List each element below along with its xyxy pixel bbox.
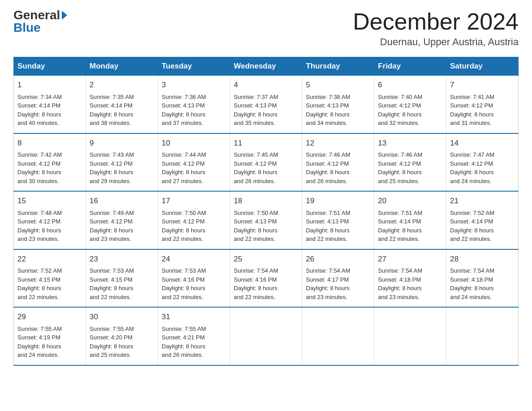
day-info: Sunrise: 7:37 AM Sunset: 4:13 PM Dayligh… [234,93,298,128]
calendar-cell: 5 Sunrise: 7:38 AM Sunset: 4:13 PM Dayli… [302,76,374,133]
calendar-cell: 10 Sunrise: 7:44 AM Sunset: 4:12 PM Dayl… [158,133,230,192]
calendar-table: SundayMondayTuesdayWednesdayThursdayFrid… [13,57,519,366]
day-number: 18 [234,195,298,207]
calendar-cell: 29 Sunrise: 7:55 AM Sunset: 4:19 PM Dayl… [14,307,86,365]
day-info: Sunrise: 7:55 AM Sunset: 4:19 PM Dayligh… [17,325,82,360]
day-number: 27 [378,253,442,265]
day-number: 24 [162,253,226,265]
day-info: Sunrise: 7:53 AM Sunset: 4:16 PM Dayligh… [162,266,226,301]
calendar-cell: 19 Sunrise: 7:51 AM Sunset: 4:13 PM Dayl… [302,191,374,249]
day-number: 13 [378,137,442,149]
day-info: Sunrise: 7:53 AM Sunset: 4:15 PM Dayligh… [90,266,154,301]
calendar-cell: 28 Sunrise: 7:54 AM Sunset: 4:18 PM Dayl… [446,249,519,308]
day-number: 6 [378,79,442,91]
day-info: Sunrise: 7:52 AM Sunset: 4:15 PM Dayligh… [17,266,82,301]
calendar-cell: 16 Sunrise: 7:49 AM Sunset: 4:12 PM Dayl… [86,191,158,249]
weekday-header-tuesday: Tuesday [158,57,230,76]
day-number: 11 [234,137,298,149]
day-number: 28 [450,253,515,265]
day-info: Sunrise: 7:49 AM Sunset: 4:12 PM Dayligh… [90,209,154,244]
calendar-cell: 7 Sunrise: 7:41 AM Sunset: 4:12 PM Dayli… [446,76,519,133]
day-number: 19 [306,195,370,207]
calendar-cell: 22 Sunrise: 7:52 AM Sunset: 4:15 PM Dayl… [14,249,86,308]
day-info: Sunrise: 7:38 AM Sunset: 4:13 PM Dayligh… [306,93,370,128]
page-header: General Blue December 2024 Duernau, Uppe… [13,9,519,48]
day-info: Sunrise: 7:45 AM Sunset: 4:12 PM Dayligh… [234,150,298,185]
day-number: 5 [306,79,370,91]
calendar-cell: 21 Sunrise: 7:52 AM Sunset: 4:14 PM Dayl… [446,191,519,249]
day-info: Sunrise: 7:54 AM Sunset: 4:18 PM Dayligh… [450,266,515,301]
calendar-cell: 1 Sunrise: 7:34 AM Sunset: 4:14 PM Dayli… [14,76,86,133]
calendar-cell: 30 Sunrise: 7:55 AM Sunset: 4:20 PM Dayl… [86,307,158,365]
calendar-cell: 11 Sunrise: 7:45 AM Sunset: 4:12 PM Dayl… [230,133,302,192]
day-info: Sunrise: 7:42 AM Sunset: 4:12 PM Dayligh… [17,150,82,185]
day-info: Sunrise: 7:34 AM Sunset: 4:14 PM Dayligh… [17,93,82,128]
weekday-header-friday: Friday [374,57,446,76]
day-number: 23 [90,253,154,265]
day-number: 17 [162,195,226,207]
day-number: 26 [306,253,370,265]
logo: General Blue [13,9,67,34]
day-info: Sunrise: 7:55 AM Sunset: 4:21 PM Dayligh… [162,325,226,360]
weekday-header-wednesday: Wednesday [230,57,302,76]
weekday-header-thursday: Thursday [302,57,374,76]
calendar-cell: 26 Sunrise: 7:54 AM Sunset: 4:17 PM Dayl… [302,249,374,308]
day-info: Sunrise: 7:52 AM Sunset: 4:14 PM Dayligh… [450,209,515,244]
day-info: Sunrise: 7:44 AM Sunset: 4:12 PM Dayligh… [162,150,226,185]
weekday-header-sunday: Sunday [14,57,86,76]
day-info: Sunrise: 7:47 AM Sunset: 4:12 PM Dayligh… [450,150,515,185]
day-number: 4 [234,79,298,91]
day-number: 12 [306,137,370,149]
calendar-cell: 6 Sunrise: 7:40 AM Sunset: 4:12 PM Dayli… [374,76,446,133]
day-number: 9 [90,137,154,149]
month-title: December 2024 [353,9,519,34]
day-info: Sunrise: 7:35 AM Sunset: 4:14 PM Dayligh… [90,93,154,128]
weekday-header-saturday: Saturday [446,57,519,76]
day-number: 2 [90,79,154,91]
logo-arrow-icon [62,11,67,20]
day-number: 29 [17,311,82,323]
location-text: Duernau, Upper Austria, Austria [353,36,519,48]
day-number: 20 [378,195,442,207]
day-info: Sunrise: 7:51 AM Sunset: 4:14 PM Dayligh… [378,209,442,244]
calendar-cell: 12 Sunrise: 7:46 AM Sunset: 4:12 PM Dayl… [302,133,374,192]
title-block: December 2024 Duernau, Upper Austria, Au… [353,9,519,48]
calendar-cell: 20 Sunrise: 7:51 AM Sunset: 4:14 PM Dayl… [374,191,446,249]
day-number: 21 [450,195,515,207]
calendar-week-3: 15 Sunrise: 7:48 AM Sunset: 4:12 PM Dayl… [14,191,519,249]
day-number: 16 [90,195,154,207]
calendar-cell: 14 Sunrise: 7:47 AM Sunset: 4:12 PM Dayl… [446,133,519,192]
day-info: Sunrise: 7:46 AM Sunset: 4:12 PM Dayligh… [306,150,370,185]
day-info: Sunrise: 7:54 AM Sunset: 4:18 PM Dayligh… [378,266,442,301]
calendar-cell [446,307,519,365]
day-number: 1 [17,79,82,91]
calendar-cell: 25 Sunrise: 7:54 AM Sunset: 4:16 PM Dayl… [230,249,302,308]
calendar-cell: 27 Sunrise: 7:54 AM Sunset: 4:18 PM Dayl… [374,249,446,308]
day-info: Sunrise: 7:46 AM Sunset: 4:12 PM Dayligh… [378,150,442,185]
day-info: Sunrise: 7:55 AM Sunset: 4:20 PM Dayligh… [90,325,154,360]
day-number: 30 [90,311,154,323]
calendar-cell [302,307,374,365]
calendar-cell: 3 Sunrise: 7:36 AM Sunset: 4:13 PM Dayli… [158,76,230,133]
logo-general-text: General [13,9,60,21]
logo-blue-text: Blue [13,21,41,34]
calendar-cell: 24 Sunrise: 7:53 AM Sunset: 4:16 PM Dayl… [158,249,230,308]
day-info: Sunrise: 7:50 AM Sunset: 4:13 PM Dayligh… [234,209,298,244]
day-number: 3 [162,79,226,91]
day-info: Sunrise: 7:48 AM Sunset: 4:12 PM Dayligh… [17,209,82,244]
calendar-cell: 23 Sunrise: 7:53 AM Sunset: 4:15 PM Dayl… [86,249,158,308]
day-info: Sunrise: 7:41 AM Sunset: 4:12 PM Dayligh… [450,93,515,128]
calendar-cell [374,307,446,365]
day-number: 22 [17,253,82,265]
calendar-cell: 13 Sunrise: 7:46 AM Sunset: 4:12 PM Dayl… [374,133,446,192]
calendar-cell: 4 Sunrise: 7:37 AM Sunset: 4:13 PM Dayli… [230,76,302,133]
day-info: Sunrise: 7:40 AM Sunset: 4:12 PM Dayligh… [378,93,442,128]
day-info: Sunrise: 7:43 AM Sunset: 4:12 PM Dayligh… [90,150,154,185]
day-number: 25 [234,253,298,265]
calendar-week-1: 1 Sunrise: 7:34 AM Sunset: 4:14 PM Dayli… [14,76,519,133]
calendar-week-5: 29 Sunrise: 7:55 AM Sunset: 4:19 PM Dayl… [14,307,519,365]
calendar-week-2: 8 Sunrise: 7:42 AM Sunset: 4:12 PM Dayli… [14,133,519,192]
calendar-week-4: 22 Sunrise: 7:52 AM Sunset: 4:15 PM Dayl… [14,249,519,308]
calendar-cell: 18 Sunrise: 7:50 AM Sunset: 4:13 PM Dayl… [230,191,302,249]
day-info: Sunrise: 7:36 AM Sunset: 4:13 PM Dayligh… [162,93,226,128]
